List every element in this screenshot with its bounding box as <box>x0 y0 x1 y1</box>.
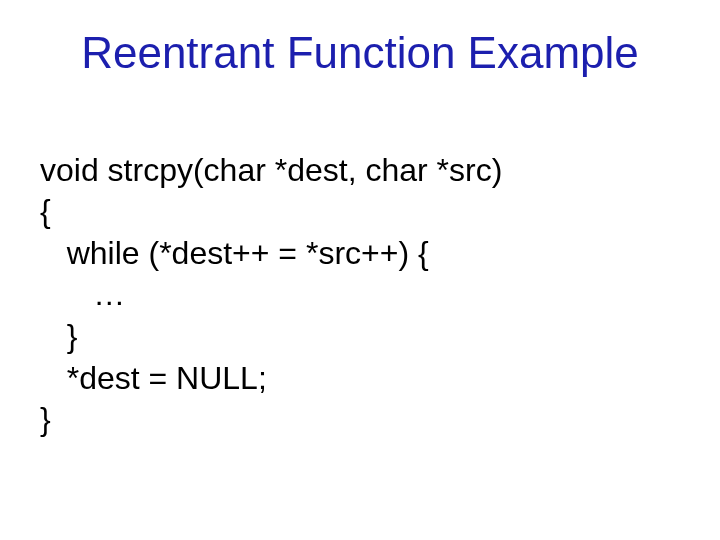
code-line: void strcpy(char *dest, char *src) <box>40 152 502 188</box>
code-line: … <box>40 276 125 312</box>
code-line: while (*dest++ = *src++) { <box>40 235 429 271</box>
code-line: } <box>40 318 77 354</box>
slide: Reentrant Function Example void strcpy(c… <box>0 0 720 540</box>
code-block: void strcpy(char *dest, char *src) { whi… <box>40 108 680 441</box>
slide-title: Reentrant Function Example <box>40 28 680 78</box>
code-line: { <box>40 193 51 229</box>
code-line: *dest = NULL; <box>40 360 267 396</box>
code-line: } <box>40 401 51 437</box>
